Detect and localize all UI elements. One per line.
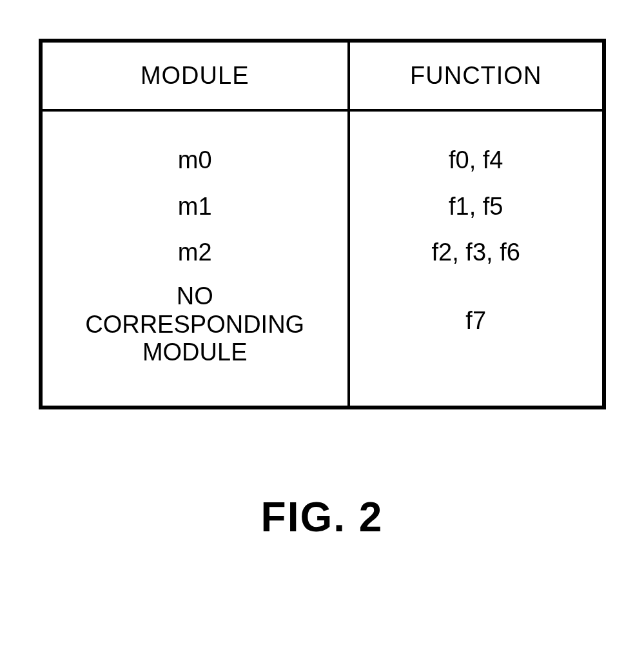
table-row-function: f7 <box>465 276 486 344</box>
function-column: f0, f4 f1, f5 f2, f3, f6 f7 <box>350 112 602 406</box>
table-row-module: m0 <box>178 137 212 184</box>
header-function: FUNCTION <box>350 43 602 109</box>
module-function-table: MODULE FUNCTION m0 m1 m2 NOCORRESPONDING… <box>39 39 606 409</box>
module-column: m0 m1 m2 NOCORRESPONDINGMODULE <box>43 112 350 406</box>
table-row-module: m1 <box>178 184 212 230</box>
figure-caption: FIG. 2 <box>261 493 384 541</box>
table-row-function: f1, f5 <box>449 184 503 230</box>
table-row-function: f0, f4 <box>449 137 503 184</box>
table-body: m0 m1 m2 NOCORRESPONDINGMODULE f0, f4 f1… <box>43 112 602 406</box>
table-header-row: MODULE FUNCTION <box>43 43 602 112</box>
table-row-function: f2, f3, f6 <box>432 230 520 276</box>
table-row-module: m2 <box>178 230 212 276</box>
header-module: MODULE <box>43 43 350 109</box>
table-row-module: NOCORRESPONDINGMODULE <box>85 276 304 373</box>
